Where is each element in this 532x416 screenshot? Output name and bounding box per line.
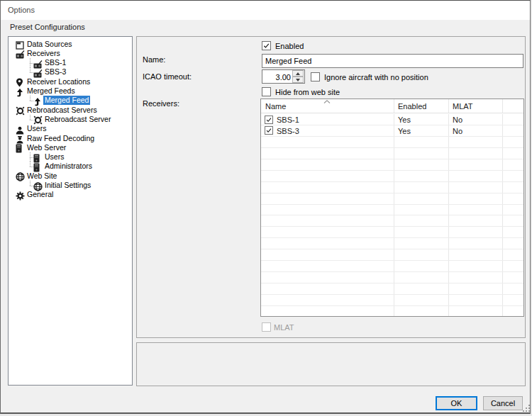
table-row-empty bbox=[261, 272, 523, 283]
tree-item-data-sources[interactable]: Data Sources bbox=[9, 40, 132, 49]
sort-ascending-icon bbox=[323, 100, 331, 103]
row-checkbox[interactable] bbox=[265, 126, 273, 135]
name-label: Name: bbox=[143, 55, 165, 64]
table-row-empty bbox=[261, 261, 523, 272]
tree-item-web-site[interactable]: Web Site bbox=[9, 172, 132, 181]
ignore-no-position-checkbox[interactable] bbox=[311, 72, 320, 81]
tree-item-label: Data Sources bbox=[26, 40, 74, 49]
tree-item-users[interactable]: Users bbox=[9, 124, 132, 133]
tree-item-label: General bbox=[26, 191, 55, 199]
cell-enabled: Yes bbox=[398, 116, 411, 124]
tree-item-label: SBS-1 bbox=[43, 59, 67, 67]
tree-item-sbs-3[interactable]: SBS-3 bbox=[9, 67, 132, 77]
tree-item-label: Initial Settings bbox=[43, 181, 92, 190]
table-row-empty bbox=[261, 306, 523, 317]
tree-item-merged-feeds[interactable]: Merged Feeds bbox=[9, 86, 132, 96]
table-row-empty bbox=[261, 205, 523, 216]
tree-item-label: Web Server bbox=[26, 144, 67, 152]
cell-mlat: No bbox=[453, 127, 462, 135]
tree-item-merged-feed[interactable]: Merged Feed bbox=[9, 96, 132, 105]
table-row-empty bbox=[261, 283, 523, 295]
receivers-label: Receivers: bbox=[143, 99, 179, 108]
table-row-empty bbox=[261, 171, 523, 182]
tree-item-label: Users bbox=[26, 125, 48, 133]
tree-item-general[interactable]: General bbox=[9, 190, 132, 199]
row-checkbox[interactable] bbox=[265, 116, 273, 124]
enabled-checkbox[interactable] bbox=[262, 41, 271, 50]
table-row-empty bbox=[261, 182, 523, 193]
ignore-no-position-label: Ignore aircraft with no position bbox=[324, 73, 428, 81]
table-row-empty bbox=[261, 295, 523, 306]
tree-item-label: Receivers bbox=[26, 50, 62, 58]
table-row-empty bbox=[261, 137, 523, 148]
ok-button[interactable]: OK bbox=[436, 396, 477, 410]
tree-item-rebroadcast-servers[interactable]: Rebroadcast Servers bbox=[9, 106, 132, 115]
cell-enabled: Yes bbox=[398, 127, 411, 135]
settings-tree: Data SourcesReceiversSBS-1SBS-3Receiver … bbox=[8, 36, 133, 386]
mlat-label: MLAT bbox=[274, 323, 294, 332]
enabled-label: Enabled bbox=[275, 42, 304, 50]
tree-item-users[interactable]: Users bbox=[9, 152, 132, 162]
tree-connector bbox=[30, 67, 31, 72]
tree-item-administrators[interactable]: Administrators bbox=[9, 162, 132, 171]
table-row[interactable]: SBS-3YesNo bbox=[261, 125, 523, 137]
table-row-empty bbox=[261, 249, 523, 261]
tree-item-label: Web Site bbox=[26, 172, 58, 181]
tree-item-sbs-1[interactable]: SBS-1 bbox=[9, 58, 132, 67]
table-row-empty bbox=[261, 215, 523, 227]
table-row-empty bbox=[261, 238, 523, 249]
window-title: Options bbox=[8, 6, 35, 14]
table-row-empty bbox=[261, 193, 523, 205]
title-bar: Options bbox=[1, 1, 530, 20]
tree-item-label: SBS-3 bbox=[43, 68, 67, 77]
tree-connector bbox=[30, 162, 31, 167]
tree-item-label: Merged Feeds bbox=[26, 87, 77, 96]
tree-connector bbox=[30, 115, 31, 120]
table-row-empty bbox=[261, 148, 523, 159]
tree-item-receivers[interactable]: Receivers bbox=[9, 49, 132, 58]
cell-mlat: No bbox=[453, 116, 462, 124]
tree-connector bbox=[30, 181, 31, 186]
table-row-empty bbox=[261, 159, 523, 171]
icao-timeout-stepper[interactable]: 3.00 bbox=[262, 69, 305, 84]
menu-preset-configurations[interactable]: Preset Configurations bbox=[10, 23, 85, 31]
name-value: Merged Feed bbox=[265, 57, 311, 65]
cancel-button[interactable]: Cancel bbox=[483, 396, 523, 410]
table-row-empty bbox=[261, 227, 523, 238]
hide-from-web-site-checkbox[interactable] bbox=[262, 87, 271, 96]
cell-name: SBS-3 bbox=[277, 127, 299, 135]
tree-connector bbox=[30, 96, 31, 101]
tree-item-label: Rebroadcast Server bbox=[43, 116, 112, 124]
icao-timeout-value: 3.00 bbox=[276, 73, 291, 81]
receivers-table: NameEnabledMLAT SBS-1YesNoSBS-3YesNo bbox=[260, 99, 524, 317]
name-input[interactable]: Merged Feed bbox=[262, 54, 523, 68]
column-header-enabled[interactable]: Enabled bbox=[398, 102, 426, 111]
table-row[interactable]: SBS-1YesNo bbox=[261, 114, 523, 125]
tree-item-label: Rebroadcast Servers bbox=[26, 106, 99, 115]
tree-item-web-server[interactable]: Web Server bbox=[9, 143, 132, 152]
tree-item-label: Raw Feed Decoding bbox=[26, 135, 96, 143]
menu-bar: Preset Configurations bbox=[1, 20, 530, 34]
receivers-table-header: NameEnabledMLAT bbox=[261, 99, 523, 113]
tree-item-receiver-locations[interactable]: Receiver Locations bbox=[9, 77, 132, 86]
tree-item-rebroadcast-server[interactable]: Rebroadcast Server bbox=[9, 115, 132, 124]
tree-item-raw-feed-decoding[interactable]: Raw Feed Decoding bbox=[9, 134, 132, 143]
tree-item-label: Users bbox=[43, 153, 65, 162]
down-arrow-icon bbox=[296, 79, 300, 81]
stepper-down-button[interactable] bbox=[292, 77, 304, 83]
icao-timeout-label: ICAO timeout: bbox=[143, 72, 192, 81]
column-header-mlat[interactable]: MLAT bbox=[453, 102, 473, 111]
gear-icon bbox=[16, 191, 25, 203]
stepper-up-button[interactable] bbox=[292, 70, 304, 77]
tree-item-label: Merged Feed bbox=[43, 96, 90, 105]
mlat-checkbox[interactable] bbox=[262, 322, 271, 332]
tree-item-label: Administrators bbox=[43, 162, 94, 171]
options-dialog: Options Preset Configurations Data Sourc… bbox=[0, 0, 531, 414]
up-arrow-icon bbox=[296, 72, 300, 75]
cell-name: SBS-1 bbox=[277, 116, 299, 124]
resize-grip[interactable] bbox=[523, 405, 530, 412]
column-header-name[interactable]: Name bbox=[265, 102, 286, 111]
tree-item-initial-settings[interactable]: Initial Settings bbox=[9, 181, 132, 190]
tree-item-label: Receiver Locations bbox=[26, 78, 92, 86]
message-panel bbox=[136, 342, 526, 386]
